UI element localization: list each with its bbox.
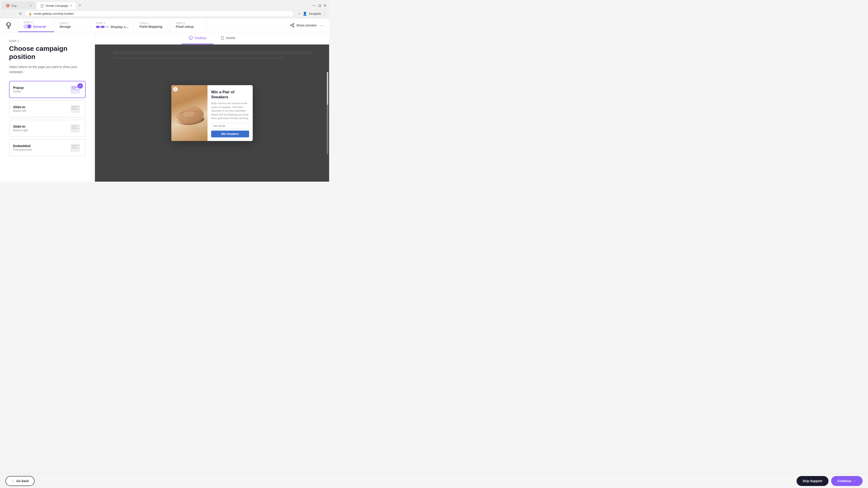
svg-line-7: [291, 24, 293, 25]
new-tab-button[interactable]: +: [76, 2, 83, 9]
preview-area: × Win a Pair of Sneakers Enter now for y…: [95, 44, 329, 182]
tab-onsite-close[interactable]: ✕: [70, 4, 72, 7]
share-preview-button[interactable]: Share preview: [290, 23, 317, 28]
tab-onsite-favicon: 📋: [40, 4, 44, 7]
popup-info: Popup Center: [13, 86, 24, 93]
svg-rect-8: [189, 36, 192, 39]
step-3-label: Display s...: [111, 25, 128, 29]
forward-button[interactable]: →: [10, 11, 16, 17]
refresh-button[interactable]: ↻: [18, 11, 23, 17]
popup-icon: ✓: [69, 85, 82, 94]
svg-point-3: [293, 23, 294, 24]
step-2-label: Design: [60, 25, 85, 29]
header-right: Share preview ⋯: [285, 18, 329, 32]
modal-close-icon: ×: [175, 88, 176, 91]
tab-mobile[interactable]: Mobile: [213, 32, 243, 44]
step-1-general[interactable]: STEP 1 General: [18, 18, 54, 32]
step-toggle-track[interactable]: [24, 24, 32, 29]
slide-in-right-icon: [69, 123, 82, 133]
display-toggle-1: [96, 26, 100, 28]
modal-cta-label: Win Sneakers: [221, 132, 239, 135]
modal-image: ×: [171, 85, 208, 141]
step-3-number: STEP 3: [96, 22, 128, 24]
step-4-field-mapping[interactable]: STEP 4 Field Mapping: [134, 18, 170, 32]
mobile-icon: [221, 36, 224, 40]
step-3-display[interactable]: STEP 3 Display s...: [90, 18, 134, 32]
extensions-menu-icon[interactable]: ⋮: [323, 11, 327, 16]
maximize-button[interactable]: ⊡: [318, 3, 321, 8]
desktop-icon: [189, 36, 193, 40]
step-2-number: STEP 2: [60, 22, 85, 25]
tab-onsite-label: Onsite Campaign: [46, 4, 68, 7]
popup-sublabel: Center: [13, 90, 24, 93]
option-popup[interactable]: Popup Center ✓: [9, 81, 86, 98]
tab-drip-label: Drip: [11, 4, 17, 7]
option-embedded[interactable]: Embedded Free placement: [9, 139, 86, 156]
tab-onsite[interactable]: 📋 Onsite Campaign ✕: [36, 2, 76, 9]
modal-description: Enter now for your chance to win a pair …: [211, 101, 249, 120]
slide-in-left-icon: [69, 104, 82, 114]
step-toggle-thumb: [28, 25, 31, 28]
tab-drip-favicon: 🎯: [6, 4, 9, 7]
step-5-final-setup[interactable]: STEP 5 Final setup: [170, 18, 206, 32]
embedded-icon: [69, 143, 82, 153]
display-toggle-2: [101, 26, 105, 28]
modal-content: Win a Pair of Sneakers Enter now for you…: [208, 85, 253, 141]
preview-scrollbar[interactable]: [327, 72, 328, 154]
preview-tabs: Desktop Mobile: [95, 32, 329, 44]
slide-in-right-label: Slide-In: [13, 125, 28, 128]
more-options-button[interactable]: ⋯: [320, 23, 324, 28]
svg-point-5: [293, 26, 294, 27]
svg-point-4: [290, 25, 291, 26]
modal-email-input[interactable]: [211, 123, 249, 129]
step-4-label: Field Mapping: [140, 25, 164, 29]
address-bar: ← → ↻ 🔒 onsite.getdrip.com/drip-builder/…: [0, 9, 329, 18]
back-button[interactable]: ←: [3, 11, 8, 17]
option-slide-in-left[interactable]: Slide-In Bottom left: [9, 100, 86, 118]
tab-bar: 🎯 Drip ✕ 📋 Onsite Campaign ✕ +: [0, 0, 85, 9]
close-button[interactable]: ✕: [323, 3, 327, 8]
slide-in-left-label: Slide-In: [13, 105, 26, 109]
profile-label: Incognito: [309, 12, 321, 15]
popup-label: Popup: [13, 86, 24, 90]
modal-overlay: × Win a Pair of Sneakers Enter now for y…: [95, 44, 329, 182]
modal-cta-button[interactable]: Win Sneakers: [211, 131, 249, 137]
slide-in-left-info: Slide-In Bottom left: [13, 105, 26, 112]
minimize-button[interactable]: —: [312, 3, 316, 8]
right-panel: Desktop Mobile: [95, 32, 329, 182]
modal-card: × Win a Pair of Sneakers Enter now for y…: [171, 85, 253, 141]
option-slide-in-right[interactable]: Slide-In Bottom right: [9, 120, 86, 137]
app-header: STEP 1 General STEP 2 Design STEP 3: [0, 18, 329, 32]
logo-area: [0, 18, 18, 32]
left-step-label: STEP 1: [9, 39, 86, 43]
modal-title: Win a Pair of Sneakers: [211, 90, 249, 100]
lock-icon: 🔒: [29, 12, 32, 15]
embedded-info: Embedded Free placement: [13, 144, 32, 151]
drip-logo: [4, 21, 13, 29]
browser-chrome: 🎯 Drip ✕ 📋 Onsite Campaign ✕ + — ⊡ ✕ ← →…: [0, 0, 329, 18]
page-description: Select where on the page you want to sho…: [9, 64, 86, 74]
svg-rect-11: [221, 36, 223, 39]
address-input[interactable]: 🔒 onsite.getdrip.com/drip-builder/: [25, 11, 293, 17]
step-5-label: Final setup: [176, 25, 201, 29]
bookmark-icon[interactable]: ☆: [298, 11, 301, 16]
selected-checkmark: ✓: [78, 83, 83, 89]
embedded-sublabel: Free placement: [13, 148, 32, 151]
tab-drip[interactable]: 🎯 Drip ✕: [2, 2, 36, 9]
sneaker-svg: [171, 91, 208, 141]
svg-point-1: [6, 24, 8, 25]
profile-icon[interactable]: 👤: [303, 11, 307, 16]
svg-point-2: [9, 24, 11, 25]
embedded-label: Embedded: [13, 144, 32, 148]
share-preview-label: Share preview: [296, 24, 317, 27]
step-1-label: General: [33, 25, 46, 29]
window-controls: — ⊡ ✕: [310, 2, 329, 8]
share-icon: [290, 23, 294, 28]
preview-scrollbar-thumb: [327, 72, 328, 105]
step-2-design[interactable]: STEP 2 Design: [54, 18, 90, 32]
main-content: STEP 1 Choose campaign position Select w…: [0, 32, 329, 182]
tab-desktop[interactable]: Desktop: [182, 32, 213, 44]
svg-line-6: [291, 26, 293, 26]
svg-point-13: [178, 125, 201, 139]
tab-drip-close[interactable]: ✕: [30, 4, 32, 7]
